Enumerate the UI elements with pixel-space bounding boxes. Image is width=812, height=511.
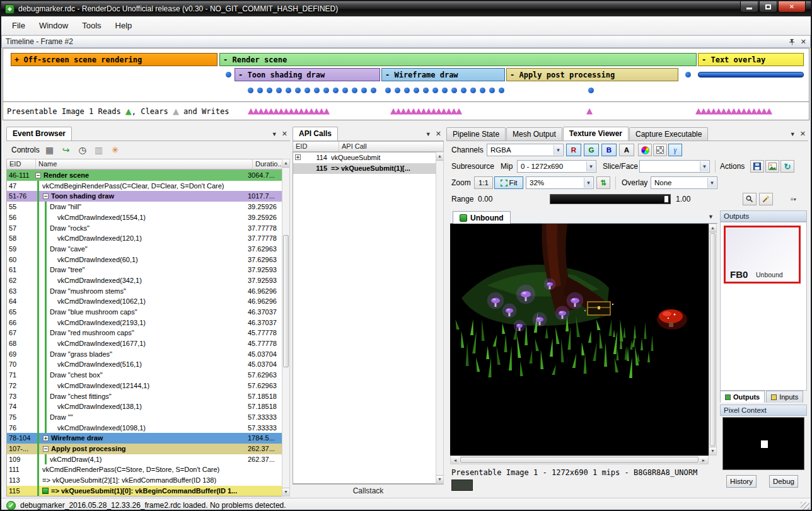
texture-vscrollbar[interactable]: ▲ ▼ — [709, 224, 717, 456]
close-icon[interactable]: ✕ — [282, 130, 287, 138]
event-row[interactable]: 111vkCmdEndRenderPass(C=Store, D=Store, … — [7, 464, 282, 475]
maximize-button[interactable] — [759, 1, 777, 13]
event-row[interactable]: 60vkCmdDrawIndexed(60,1)37.62963 — [7, 255, 282, 265]
timeline-block[interactable]: - Wireframe draw — [381, 68, 505, 81]
event-row[interactable]: 65Draw "blue mushroom caps"46.37037 — [7, 307, 282, 318]
draw-dot[interactable] — [333, 88, 339, 93]
tab-pipeline-state[interactable]: Pipeline State — [446, 127, 506, 141]
draw-dot[interactable] — [461, 88, 467, 93]
close-icon[interactable]: ✕ — [436, 130, 441, 138]
event-row[interactable]: 61Draw "tree"37.92593 — [7, 265, 282, 275]
scroll-thumb[interactable] — [710, 233, 716, 446]
event-row[interactable]: 76vkCmdDrawIndexed(1098,1)57.33333 — [7, 423, 282, 433]
event-row[interactable]: 71Draw "chest box"57.62963 — [7, 370, 282, 381]
event-row[interactable]: 64vkCmdDrawIndexed(1062,1)46.96296 — [7, 296, 282, 307]
event-row[interactable]: 57Draw "rocks"37.77778 — [7, 222, 282, 233]
expander-icon[interactable]: + — [295, 154, 301, 160]
draw-dot[interactable] — [480, 88, 485, 93]
zoom-1to1-button[interactable]: 1:1 — [474, 176, 493, 189]
scroll-up-icon[interactable]: ▲ — [436, 152, 443, 161]
column-eid[interactable]: EID — [7, 159, 36, 169]
close-icon[interactable]: ✕ — [801, 38, 806, 46]
api-call-row[interactable]: +114vkQueueSubmit — [293, 152, 436, 163]
menu-window[interactable]: Window — [32, 18, 75, 33]
menu-tools[interactable]: Tools — [75, 18, 108, 33]
channels-combo[interactable]: RGBA ▼ — [487, 144, 564, 156]
scroll-down-icon[interactable]: ▼ — [282, 488, 289, 496]
refresh-button[interactable]: ↻ — [780, 160, 794, 173]
channel-b-button[interactable]: B — [601, 144, 617, 156]
event-row[interactable]: 62vkCmdDrawIndexed(342,1)37.92593 — [7, 275, 282, 286]
flip-y-button[interactable]: ⇅ — [596, 176, 610, 189]
close-button[interactable]: ✕ — [778, 1, 806, 13]
draw-dot[interactable] — [323, 88, 329, 93]
event-row[interactable]: 109vkCmdDraw(4,1)262.37... — [7, 454, 282, 465]
zoom-fit-button[interactable]: Fit — [494, 176, 523, 189]
chevron-down-icon[interactable]: ▼ — [790, 131, 796, 137]
reset-range-button[interactable] — [759, 193, 773, 205]
texture-hscrollbar[interactable]: ◄ ► — [450, 456, 709, 464]
overlay-combo[interactable]: None ▼ — [651, 176, 717, 189]
event-row[interactable]: 116-...+Text overlay511.7037 — [7, 496, 282, 497]
pin-icon[interactable] — [789, 38, 796, 45]
debug-button[interactable]: Debug — [769, 475, 798, 488]
tab-mesh-output[interactable]: Mesh Output — [506, 127, 562, 141]
zoom-combo[interactable]: 32% ▼ — [526, 176, 594, 189]
scroll-down-icon[interactable]: ▼ — [436, 475, 443, 483]
tab-texture-viewer[interactable]: Texture Viewer — [563, 127, 629, 141]
timeline-block[interactable]: - Toon shading draw — [235, 68, 380, 81]
event-row[interactable]: 107-...−Apply post processing262.37... — [7, 444, 282, 454]
draw-dot[interactable] — [342, 88, 348, 93]
stats-icon[interactable]: ▥ — [93, 144, 105, 156]
api-call-row[interactable]: 115=> vkQueueSubmit(1)[... — [293, 163, 436, 174]
close-icon[interactable]: ✕ — [800, 130, 806, 138]
chevron-down-icon[interactable]: ▼ — [272, 131, 277, 137]
history-button[interactable]: History — [726, 475, 757, 488]
draw-dot[interactable] — [499, 88, 504, 93]
colorwheel-button[interactable] — [638, 144, 652, 156]
scroll-thumb[interactable] — [460, 457, 699, 463]
tab-api-calls[interactable]: API Calls — [293, 127, 338, 141]
scroll-thumb[interactable] — [283, 235, 289, 367]
draw-dot[interactable] — [385, 88, 391, 93]
event-row[interactable]: 55Draw "hill"39.25926 — [7, 202, 282, 212]
api-calls-column-header[interactable]: EID API Call — [293, 141, 444, 152]
resize-grip[interactable] — [801, 502, 809, 511]
autofit-range-button[interactable] — [743, 193, 757, 205]
range-handle[interactable] — [664, 195, 669, 203]
channel-r-button[interactable]: R — [566, 144, 581, 156]
tab-capture-executable[interactable]: Capture Executable — [629, 127, 708, 141]
gamma-button[interactable]: γ — [668, 144, 682, 156]
expander-icon[interactable]: + — [43, 435, 49, 441]
draw-dot[interactable] — [371, 88, 376, 93]
event-row[interactable]: 47vkCmdBeginRenderPass(C=Clear, D=Clear,… — [7, 181, 282, 192]
event-row[interactable]: 66vkCmdDrawIndexed(2193,1)46.37037 — [7, 318, 282, 328]
draw-dot[interactable] — [414, 88, 419, 93]
tab-outputs[interactable]: Outputs — [720, 391, 765, 403]
draw-dot[interactable] — [286, 88, 291, 93]
event-row[interactable]: 58vkCmdDrawIndexed(120,1)37.77778 — [7, 233, 282, 244]
scroll-right-icon[interactable]: ► — [699, 456, 708, 464]
texture-tab-unbound[interactable]: Unbound — [453, 211, 511, 224]
timeline-block[interactable]: - Text overlay — [698, 53, 804, 66]
draw-dot[interactable] — [470, 88, 476, 93]
event-row[interactable]: 51-76−Toon shading draw1017.7... — [7, 191, 282, 202]
draw-dot[interactable] — [404, 88, 410, 93]
draw-dot[interactable] — [423, 88, 429, 93]
timeline-block[interactable]: - Apply post processing — [506, 68, 678, 81]
toolbar-overflow-icon[interactable]: ≡▾ — [791, 193, 796, 205]
draw-dot[interactable] — [226, 72, 231, 78]
draw-dot[interactable] — [304, 88, 310, 93]
mip-combo[interactable]: 0 - 1272x690 ▼ — [517, 160, 596, 173]
draw-dot[interactable] — [395, 88, 400, 93]
goto-eid-icon[interactable]: ↪ — [60, 144, 72, 156]
column-eid[interactable]: EID — [293, 142, 339, 151]
expander-icon[interactable]: − — [35, 173, 41, 178]
draw-dot[interactable] — [451, 88, 457, 93]
chevron-down-icon[interactable]: ▼ — [426, 131, 431, 137]
chevron-down-icon[interactable]: ▼ — [708, 214, 714, 220]
scroll-left-icon[interactable]: ◄ — [451, 456, 460, 464]
select-columns-icon[interactable]: ▦ — [44, 144, 56, 156]
timeline-body[interactable]: + Off-screen scene rendering- Render sce… — [3, 48, 809, 120]
event-row[interactable]: 68vkCmdDrawIndexed(1677,1)45.77778 — [7, 338, 282, 349]
